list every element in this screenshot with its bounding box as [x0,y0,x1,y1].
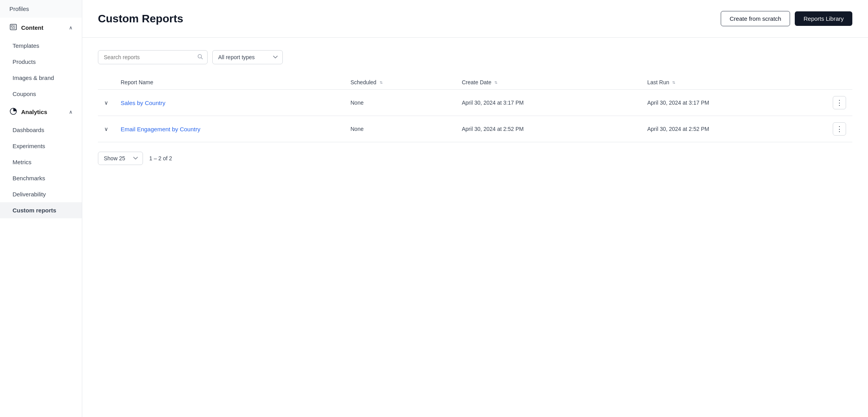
content-area: All report types Standard Custom Report … [82,38,868,417]
benchmarks-label: Benchmarks [13,175,45,181]
content-icon [9,23,17,32]
row2-action-cell: ⋮ [826,116,852,142]
row2-report-link[interactable]: Email Engagement by Country [121,126,200,132]
row2-chevron-icon: ∨ [104,126,108,132]
sidebar-item-custom-reports[interactable]: Custom reports [0,202,82,218]
col-report-name[interactable]: Report Name [114,75,344,90]
sidebar-item-products[interactable]: Products [0,54,82,70]
header-actions: Create from scratch Reports Library [721,11,852,26]
row1-scheduled-cell: None [344,90,456,116]
main-content: Custom Reports Create from scratch Repor… [82,0,868,417]
svg-line-7 [201,58,203,59]
custom-reports-label: Custom reports [13,207,56,214]
table-row: ∨ Sales by Country None April 30, 2024 a… [98,90,852,116]
row2-expand-btn[interactable]: ∨ [98,116,114,142]
row1-last-run-cell: April 30, 2024 at 3:17 PM [641,90,826,116]
row1-create-date: April 30, 2024 at 3:17 PM [462,100,524,106]
row2-create-date: April 30, 2024 at 2:52 PM [462,126,524,132]
page-header: Custom Reports Create from scratch Repor… [82,0,868,38]
sidebar-item-experiments[interactable]: Experiments [0,138,82,154]
col-scheduled[interactable]: Scheduled ⇅ [344,75,456,90]
row1-name-cell: Sales by Country [114,90,344,116]
row1-expand-btn[interactable]: ∨ [98,90,114,116]
templates-label: Templates [13,42,39,49]
col-create-date[interactable]: Create Date ⇅ [456,75,641,90]
svg-rect-1 [11,25,13,27]
products-label: Products [13,58,36,65]
experiments-label: Experiments [13,143,45,149]
sidebar: Profiles Content ∧ Templates Products [0,0,82,417]
row2-create-date-cell: April 30, 2024 at 2:52 PM [456,116,641,142]
row2-last-run: April 30, 2024 at 2:52 PM [647,126,709,132]
sidebar-item-images-brand[interactable]: Images & brand [0,70,82,86]
deliverability-label: Deliverability [13,191,46,198]
sidebar-section-content[interactable]: Content ∧ [0,18,82,38]
sidebar-item-deliverability[interactable]: Deliverability [0,186,82,202]
col-expand [98,75,114,90]
col-actions [826,75,852,90]
row1-more-actions-button[interactable]: ⋮ [833,96,846,109]
row2-scheduled-cell: None [344,116,456,142]
create-from-scratch-button[interactable]: Create from scratch [721,11,790,26]
table-row: ∨ Email Engagement by Country None April… [98,116,852,142]
sidebar-content-label: Content [21,24,43,31]
sidebar-item-profiles[interactable]: Profiles [0,0,82,18]
content-chevron-icon: ∧ [69,25,72,31]
dashboards-label: Dashboards [13,127,44,133]
search-icon [197,54,203,61]
metrics-label: Metrics [13,159,31,165]
row2-name-cell: Email Engagement by Country [114,116,344,142]
row1-report-link[interactable]: Sales by Country [121,100,165,106]
row2-more-actions-button[interactable]: ⋮ [833,122,846,136]
sidebar-item-profiles-label: Profiles [9,5,29,12]
pagination-info: 1 – 2 of 2 [149,155,172,161]
content-sub-items: Templates Products Images & brand Coupon… [0,38,82,102]
show-select-wrapper: Show 10 Show 25 Show 50 Show 100 [98,152,143,165]
create-date-sort-icon: ⇅ [494,81,497,85]
scheduled-sort-icon: ⇅ [380,81,383,85]
analytics-icon [9,107,17,116]
sidebar-item-templates[interactable]: Templates [0,38,82,54]
filters-row: All report types Standard Custom [98,50,852,64]
row1-last-run: April 30, 2024 at 3:17 PM [647,100,709,106]
row1-create-date-cell: April 30, 2024 at 3:17 PM [456,90,641,116]
last-run-sort-icon: ⇅ [672,81,675,85]
row2-last-run-cell: April 30, 2024 at 2:52 PM [641,116,826,142]
row2-scheduled: None [351,126,363,132]
report-type-select[interactable]: All report types Standard Custom [212,50,283,64]
analytics-chevron-icon: ∧ [69,109,72,115]
coupons-label: Coupons [13,91,36,97]
row1-action-cell: ⋮ [826,90,852,116]
analytics-sub-items: Dashboards Experiments Metrics Benchmark… [0,122,82,218]
reports-table: Report Name Scheduled ⇅ Create Date ⇅ La… [98,75,852,142]
reports-library-button[interactable]: Reports Library [795,11,852,26]
sidebar-analytics-label: Analytics [21,109,47,115]
page-title: Custom Reports [98,13,183,25]
sidebar-item-metrics[interactable]: Metrics [0,154,82,170]
images-brand-label: Images & brand [13,74,54,81]
sidebar-item-coupons[interactable]: Coupons [0,86,82,102]
table-header-row: Report Name Scheduled ⇅ Create Date ⇅ La… [98,75,852,90]
row1-scheduled: None [351,100,363,106]
show-per-page-select[interactable]: Show 10 Show 25 Show 50 Show 100 [98,152,143,165]
sidebar-section-analytics[interactable]: Analytics ∧ [0,102,82,122]
pagination-row: Show 10 Show 25 Show 50 Show 100 1 – 2 o… [98,152,852,165]
search-wrapper [98,50,208,64]
search-input[interactable] [98,50,208,64]
col-last-run[interactable]: Last Run ⇅ [641,75,826,90]
sidebar-item-benchmarks[interactable]: Benchmarks [0,170,82,186]
sidebar-item-dashboards[interactable]: Dashboards [0,122,82,138]
row1-chevron-icon: ∨ [104,100,108,106]
